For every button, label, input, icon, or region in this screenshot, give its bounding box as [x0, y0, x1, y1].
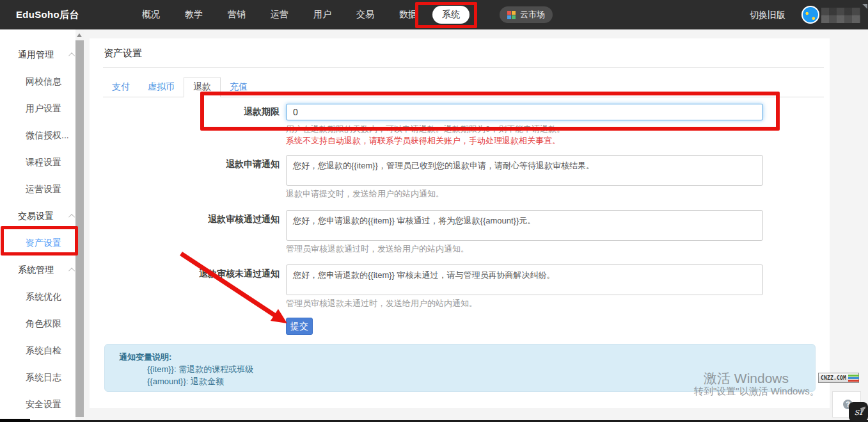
scrollbar-thumb[interactable] [75, 40, 84, 417]
sidebar: 通用管理 网校信息 用户设置 微信授权... 课程设置 运营设置 交易设置 资产… [0, 29, 84, 420]
nav-item-operation[interactable]: 运营 [271, 9, 288, 20]
sidebar-item-role-permission[interactable]: 角色权限 [0, 310, 84, 337]
tab-refund-active[interactable]: 退款 [184, 77, 221, 97]
info-box-title: 通知变量说明: [119, 352, 815, 363]
refund-apply-textarea[interactable]: 您好，您退款的{{item}}，管理员已收到您的退款申请，请耐心等待退款审核结果… [286, 155, 763, 186]
refund-period-input[interactable] [286, 104, 763, 120]
refund-approved-help: 管理员审核退款通过时，发送给用户的站内通知。 [286, 243, 469, 255]
scroll-up-arrow-icon[interactable] [77, 33, 82, 37]
asset-tabs: 支付 虚拟币 退款 充值 [103, 78, 824, 97]
nav-item-users[interactable]: 用户 [313, 9, 331, 20]
content-card: 资产设置 支付 虚拟币 退款 充值 退款期限 用户在退款期限的天数内，可以申请退… [90, 38, 830, 408]
sidebar-group-general[interactable]: 通用管理 [0, 41, 84, 68]
refund-rejected-help: 管理员审核退款未通过时，发送给用户的站内通知。 [286, 298, 477, 309]
bottom-left-edge [0, 419, 30, 422]
sidebar-item-security-settings[interactable]: 安全设置 [0, 391, 84, 418]
corner-triangle-icon [862, 4, 867, 9]
sidebar-item-user-settings[interactable]: 用户设置 [0, 95, 84, 122]
switch-old-version-link[interactable]: 切换旧版 [750, 10, 785, 21]
market-grid-icon [507, 11, 516, 19]
username-redacted [821, 8, 860, 23]
refund-approved-label: 退款审核通过通知 [154, 214, 280, 225]
cnzz-badge[interactable]: CNZZ.COM [818, 373, 859, 383]
nav-item-system-active[interactable]: 系统 [432, 6, 470, 24]
sidebar-item-system-optimize[interactable]: 系统优化 [0, 283, 84, 310]
nav-item-trade[interactable]: 交易 [356, 9, 374, 20]
cloud-market-button[interactable]: 云市场 [500, 6, 553, 23]
sidebar-item-school-info[interactable]: 网校信息 [0, 68, 84, 95]
submit-button[interactable]: 提交 [286, 318, 313, 335]
sidebar-group-system[interactable]: 系统管理 [0, 256, 84, 283]
cnzz-label: CNZZ.COM [819, 375, 846, 381]
main-nav: 概况 教学 营销 运营 用户 交易 数据 系统 [142, 0, 460, 29]
refund-period-label: 退款期限 [154, 106, 280, 118]
refund-approved-textarea[interactable]: 您好，您申请退款的{{item}} 审核通过，将为您退款{{amount}}元。 [286, 210, 763, 241]
sidebar-item-wechat-auth[interactable]: 微信授权... [0, 122, 84, 149]
tab-payment[interactable]: 支付 [103, 77, 139, 97]
info-box-line-item: {{item}}: 需退款的课程或班级 [119, 363, 815, 375]
refund-rejected-label: 退款审核未通过通知 [154, 268, 280, 280]
refund-apply-help: 退款申请提交时，发送给用户的站内通知。 [286, 188, 444, 200]
cnzz-stripes-icon [848, 375, 859, 382]
sidebar-item-asset-settings[interactable]: 资产设置 [0, 229, 84, 256]
app-logo: EduSoho后台 [16, 0, 79, 29]
info-box-line-amount: {{amount}}: 退款金额 [119, 375, 815, 387]
top-navbar: EduSoho后台 概况 教学 营销 运营 用户 交易 数据 系统 云市场 切换… [0, 0, 868, 29]
sidebar-item-system-log[interactable]: 系统日志 [0, 364, 84, 391]
refund-period-help: 用户在退款期限的天数内，可以申请退款。退款期限为0，则不能申请退款。 [286, 124, 565, 135]
sidebar-item-operation-settings[interactable]: 运营设置 [0, 175, 84, 202]
cloud-market-label: 云市场 [520, 9, 545, 20]
tab-recharge[interactable]: 充值 [221, 77, 256, 97]
sidebar-item-course-settings[interactable]: 课程设置 [0, 149, 84, 175]
refund-warning-text: 系统不支持自动退款，请联系学员获得相关账户，手动处理退款相关事宜。 [286, 135, 560, 147]
chevron-up-icon [68, 213, 75, 220]
nav-item-marketing[interactable]: 营销 [228, 9, 246, 20]
sidebar-item-system-check[interactable]: 系统自检 [0, 337, 84, 364]
variable-info-box: 通知变量说明: {{item}}: 需退款的课程或班级 {{amount}}: … [104, 344, 816, 392]
sidebar-group-trade[interactable]: 交易设置 [0, 202, 84, 229]
nav-item-teaching[interactable]: 教学 [185, 9, 203, 20]
tab-virtual-coin[interactable]: 虚拟币 [139, 77, 184, 97]
refund-rejected-textarea[interactable]: 您好，您申请退款的{{item}} 审核未通过，请与管理员再协商解决纠纷。 [286, 264, 763, 295]
refund-apply-label: 退款申请通知 [154, 159, 280, 170]
chevron-up-icon [68, 52, 75, 58]
chevron-up-icon [68, 267, 75, 273]
nav-item-data[interactable]: 数据 [399, 9, 417, 20]
page-title: 资产设置 [104, 47, 142, 60]
title-divider [103, 67, 824, 68]
sidebar-scrollbar[interactable] [75, 29, 84, 420]
nav-item-overview[interactable]: 概况 [142, 9, 160, 20]
user-avatar[interactable] [801, 6, 819, 24]
